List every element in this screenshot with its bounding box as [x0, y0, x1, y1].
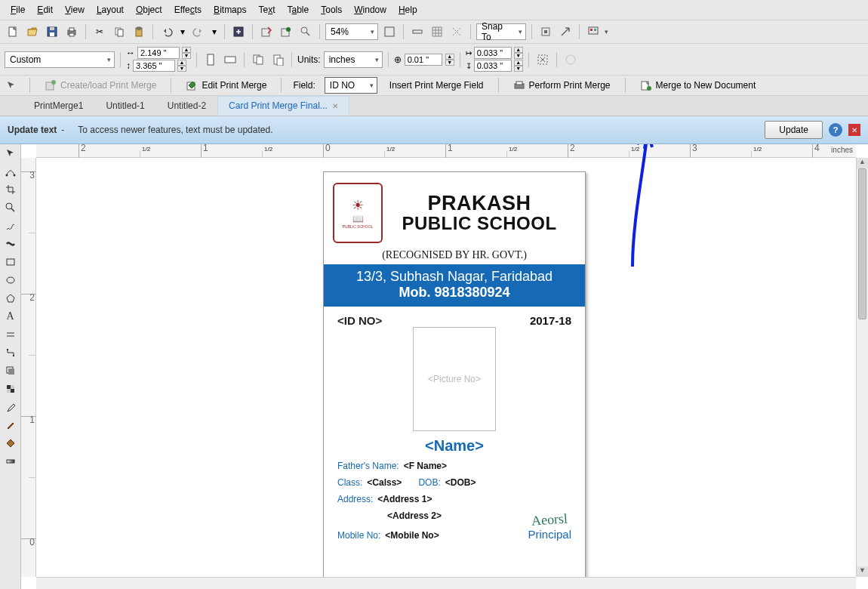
export-icon[interactable]: [258, 23, 275, 40]
rulers-icon[interactable]: [409, 23, 426, 40]
snap-combo[interactable]: Snap To: [476, 23, 526, 40]
connector-tool-icon[interactable]: [3, 345, 18, 360]
menu-table[interactable]: Table: [282, 2, 315, 17]
guidelines-icon[interactable]: [448, 23, 465, 40]
edit-print-merge-button[interactable]: Edit Print Merge: [183, 77, 269, 94]
vertical-ruler[interactable]: 3210: [21, 158, 36, 577]
svg-point-32: [51, 80, 56, 85]
all-pages-icon[interactable]: [250, 51, 266, 68]
menu-bitmaps[interactable]: Bitmaps: [208, 2, 252, 17]
outline-pen-icon[interactable]: [3, 418, 18, 433]
redo-icon[interactable]: [190, 23, 207, 40]
menu-view[interactable]: View: [59, 2, 91, 17]
portrait-icon[interactable]: [202, 51, 219, 68]
dup-x-spinner[interactable]: ▲▼: [514, 47, 523, 59]
nudge-spinner[interactable]: ▲▼: [445, 54, 454, 66]
nudge-input[interactable]: [405, 54, 442, 66]
menu-window[interactable]: Window: [348, 2, 392, 17]
undo-icon[interactable]: [159, 23, 175, 40]
text-tool-icon[interactable]: A: [3, 309, 18, 324]
artistic-media-icon[interactable]: [3, 236, 18, 251]
page-height-input[interactable]: [133, 60, 175, 72]
pick-tool-icon[interactable]: [3, 146, 18, 161]
eyedropper-tool-icon[interactable]: [3, 399, 18, 415]
menu-text[interactable]: Text: [252, 2, 281, 17]
fill-tool-icon[interactable]: [3, 436, 18, 451]
open-icon[interactable]: [24, 23, 41, 40]
dup-y-input[interactable]: [474, 60, 512, 72]
shape-tool-icon[interactable]: [3, 164, 18, 179]
grid-icon[interactable]: [429, 23, 445, 40]
menu-file[interactable]: File: [5, 2, 31, 17]
new-icon[interactable]: [5, 23, 21, 40]
svg-rect-17: [413, 30, 422, 33]
ellipse-tool-icon[interactable]: [3, 273, 18, 288]
tab-untitled2[interactable]: Untitled-2: [156, 96, 217, 116]
app-launcher-icon[interactable]: [585, 23, 602, 40]
tab-close-icon[interactable]: ✕: [332, 102, 338, 110]
units-combo[interactable]: inches: [324, 51, 383, 68]
scroll-thumb[interactable]: [858, 168, 866, 319]
field-combo[interactable]: ID NO: [325, 77, 377, 94]
fullscreen-icon[interactable]: [381, 23, 398, 40]
tab-untitled1[interactable]: Untitled-1: [94, 96, 155, 116]
polygon-tool-icon[interactable]: [3, 291, 18, 306]
import-icon[interactable]: [230, 23, 247, 40]
zoom-combo[interactable]: 54%: [325, 23, 378, 40]
tab-printmerge1[interactable]: PrintMerge1: [23, 96, 94, 116]
interactive-fill-icon[interactable]: [3, 454, 18, 469]
freehand-tool-icon[interactable]: [3, 218, 18, 233]
scroll-up-icon[interactable]: ▲: [857, 158, 868, 168]
menu-tools[interactable]: Tools: [315, 2, 348, 17]
menu-help[interactable]: Help: [392, 2, 423, 17]
menu-effects[interactable]: Effects: [168, 2, 208, 17]
width-spinner[interactable]: ▲▼: [182, 47, 191, 59]
search-content-icon[interactable]: [297, 23, 314, 40]
treat-as-filled-icon[interactable]: [534, 51, 551, 68]
options-icon[interactable]: [537, 23, 554, 40]
menu-layout[interactable]: Layout: [91, 2, 130, 17]
paste-icon[interactable]: [131, 23, 147, 40]
undo-drop-icon[interactable]: ▾: [178, 23, 187, 40]
copy-icon[interactable]: [111, 23, 128, 40]
canvas[interactable]: ☀ 📖 PUBLIC SCHOOL PRAKASH PUBLIC SCHOOL …: [36, 158, 856, 577]
horizontal-scrollbar[interactable]: [36, 577, 856, 589]
document-page[interactable]: ☀ 📖 PUBLIC SCHOOL PRAKASH PUBLIC SCHOOL …: [323, 171, 586, 579]
publish-icon[interactable]: [278, 23, 294, 40]
print-icon[interactable]: [63, 23, 80, 40]
separator: [152, 24, 153, 39]
page-width-input[interactable]: [137, 47, 180, 59]
insert-field-button[interactable]: Insert Print Merge Field: [386, 78, 487, 93]
horizontal-ruler[interactable]: inches 1/231/21/221/21/211/21/201/21/211…: [36, 144, 856, 158]
scroll-down-icon[interactable]: ▼: [857, 566, 868, 577]
rectangle-tool-icon[interactable]: [3, 254, 18, 270]
create-print-merge-button[interactable]: Create/load Print Merge: [42, 77, 159, 94]
menu-edit[interactable]: Edit: [31, 2, 59, 17]
tab-card-print-merge[interactable]: Card Print Merge Final...✕: [217, 96, 349, 116]
zoom-tool-icon[interactable]: [3, 200, 18, 215]
redo-drop-icon[interactable]: ▾: [210, 23, 219, 40]
page-options-icon[interactable]: [562, 51, 579, 68]
height-spinner[interactable]: ▲▼: [177, 60, 186, 72]
close-notif-icon[interactable]: ✕: [848, 124, 860, 136]
landscape-icon[interactable]: [222, 51, 239, 68]
perform-print-merge-button[interactable]: Perform Print Merge: [510, 77, 614, 94]
transparency-tool-icon[interactable]: [3, 381, 18, 396]
update-button[interactable]: Update: [765, 121, 823, 139]
svg-rect-48: [11, 389, 14, 393]
launch-icon[interactable]: [557, 23, 574, 40]
cut-icon[interactable]: ✂: [91, 23, 108, 40]
dup-x-input[interactable]: [474, 47, 512, 59]
current-page-icon[interactable]: [269, 51, 286, 68]
parallel-dim-icon[interactable]: [3, 327, 18, 342]
crop-tool-icon[interactable]: [3, 182, 18, 197]
dup-y-spinner[interactable]: ▲▼: [514, 60, 523, 72]
page-preset-combo[interactable]: Custom: [5, 51, 115, 68]
vertical-scrollbar[interactable]: ▲ ▼: [856, 158, 868, 577]
pick-tool-icon[interactable]: [5, 78, 18, 93]
menu-object[interactable]: Object: [130, 2, 168, 17]
drop-shadow-icon[interactable]: [3, 363, 18, 378]
help-icon[interactable]: ?: [829, 123, 842, 137]
save-icon[interactable]: [44, 23, 60, 40]
merge-new-document-button[interactable]: Merge to New Document: [637, 77, 759, 94]
